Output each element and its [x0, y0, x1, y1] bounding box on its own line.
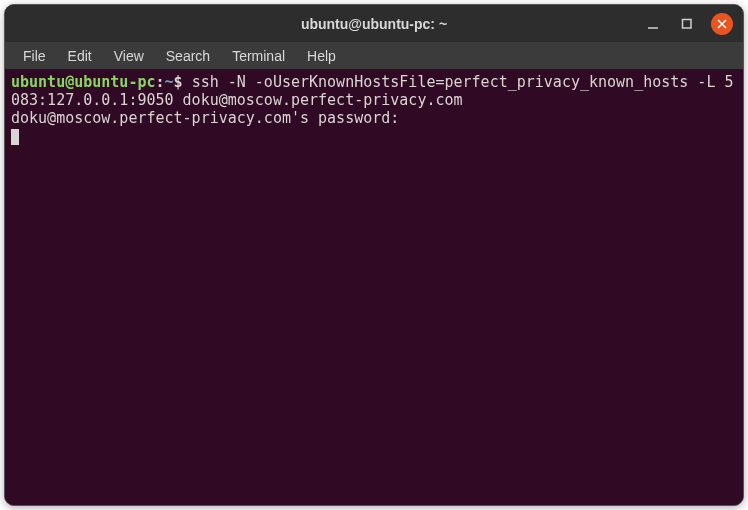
- prompt-dollar: $: [174, 73, 183, 91]
- terminal-window: ubuntu@ubuntu-pc: ~ File Edit View Searc…: [4, 4, 744, 506]
- prompt-path: ~: [165, 73, 174, 91]
- window-title: ubuntu@ubuntu-pc: ~: [15, 16, 733, 32]
- menu-edit[interactable]: Edit: [58, 45, 102, 67]
- minimize-button[interactable]: [643, 14, 663, 34]
- close-button[interactable]: [711, 13, 733, 35]
- maximize-button[interactable]: [677, 14, 697, 34]
- terminal-cursor: [11, 129, 19, 145]
- menu-view[interactable]: View: [104, 45, 154, 67]
- terminal-body[interactable]: ubuntu@ubuntu-pc:~$ ssh -N -oUserKnownHo…: [5, 69, 743, 505]
- prompt-user-host: ubuntu@ubuntu-pc: [11, 73, 156, 91]
- svg-rect-1: [683, 19, 692, 28]
- menu-search[interactable]: Search: [156, 45, 220, 67]
- window-controls: [643, 13, 733, 35]
- maximize-icon: [681, 18, 693, 30]
- close-icon: [717, 19, 727, 29]
- menubar: File Edit View Search Terminal Help: [5, 42, 743, 69]
- titlebar[interactable]: ubuntu@ubuntu-pc: ~: [5, 5, 743, 42]
- menu-file[interactable]: File: [13, 45, 56, 67]
- menu-terminal[interactable]: Terminal: [222, 45, 295, 67]
- terminal-output: doku@moscow.perfect-privacy.com's passwo…: [11, 109, 399, 127]
- prompt-colon: :: [156, 73, 165, 91]
- menu-help[interactable]: Help: [297, 45, 346, 67]
- minimize-icon: [647, 18, 659, 30]
- terminal-command: [183, 73, 192, 91]
